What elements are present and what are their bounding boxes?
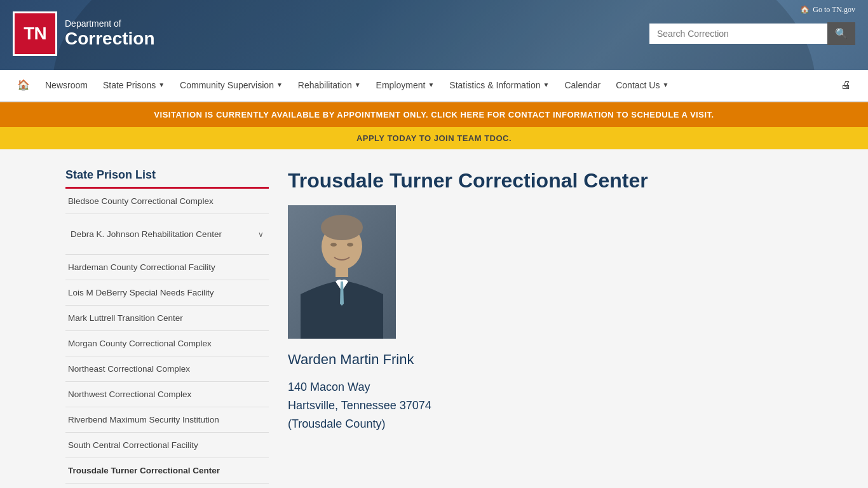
sidebar-item-bledsoe[interactable]: Bledsoe County Correctional Complex [65,189,269,214]
list-item: Trousdale Turner Correctional Center [65,458,269,484]
apply-banner[interactable]: APPLY TODAY TO JOIN TEAM TDOC. [0,127,868,149]
svg-point-6 [347,243,353,247]
warden-photo [288,205,396,339]
nav-calendar[interactable]: Calendar [557,71,608,100]
search-icon: 🔍 [835,27,848,39]
chevron-down-icon: ▼ [276,81,283,88]
nav-state-prisons[interactable]: State Prisons ▼ [95,71,172,100]
search-area: 🔍 [649,22,855,45]
list-item: Debra K. Johnson Rehabilitation Center ∨ [65,214,269,255]
main-nav: 🏠 Newsroom State Prisons ▼ Community Sup… [0,70,868,102]
list-item: Riverbend Maximum Security Institution [65,407,269,433]
visitation-banner[interactable]: VISITATION IS CURRENTLY AVAILABLE BY APP… [0,102,868,127]
sidebar-item-riverbend[interactable]: Riverbend Maximum Security Institution [65,407,269,432]
warden-name: Warden Martin Frink [288,351,803,368]
sidebar-item-south-central[interactable]: South Central Correctional Facility [65,433,269,458]
address-line3: (Trousdale County) [288,417,803,431]
list-item: South Central Correctional Facility [65,433,269,458]
list-item: Mark Luttrell Transition Center [65,306,269,331]
chevron-down-icon: ▼ [543,81,549,88]
svg-rect-3 [336,266,348,277]
sidebar-item-northeast[interactable]: Northeast Correctional Complex [65,356,269,381]
sidebar-list: Bledsoe County Correctional Complex Debr… [65,189,269,484]
nav-community-supervision[interactable]: Community Supervision ▼ [172,71,290,100]
chevron-down-icon: ▼ [158,81,165,88]
chevron-down-icon: ▼ [662,81,668,88]
svg-point-5 [330,243,337,247]
search-button[interactable]: 🔍 [827,22,855,45]
home-icon: 🏠 [800,5,810,15]
nav-employment[interactable]: Employment ▼ [369,71,442,100]
list-item: Bledsoe County Correctional Complex [65,189,269,214]
address-line1: 140 Macon Way [288,381,803,394]
chevron-down-icon: ▼ [355,81,361,88]
sidebar-item-debra[interactable]: Debra K. Johnson Rehabilitation Center ∨ [65,214,269,254]
logo-area: TN Department of Correction [13,11,155,56]
sidebar-item-northwest[interactable]: Northwest Correctional Complex [65,382,269,407]
svg-point-4 [321,215,363,240]
sidebar-item-morgan[interactable]: Morgan County Correctional Complex [65,331,269,356]
nav-home[interactable]: 🏠 [10,70,37,101]
list-item: Lois M DeBerry Special Needs Facility [65,280,269,306]
list-item: Morgan County Correctional Complex [65,331,269,356]
tn-logo: TN [13,11,57,56]
main-content: Trousdale Turner Correctional Center [288,168,803,484]
sidebar-item-lois[interactable]: Lois M DeBerry Special Needs Facility [65,280,269,305]
page-title: Trousdale Turner Correctional Center [288,168,803,193]
list-item: Hardeman County Correctional Facility [65,255,269,280]
list-item: Northwest Correctional Complex [65,382,269,407]
list-item: Northeast Correctional Complex [65,356,269,382]
chevron-down-icon: ▼ [428,81,434,88]
sidebar: State Prison List Bledsoe County Correct… [65,168,269,484]
correction-label: Correction [65,29,155,49]
nav-newsroom[interactable]: Newsroom [37,71,95,100]
nav-print[interactable]: 🖨 [833,71,858,101]
chevron-down-icon: ∨ [255,222,266,247]
address-line2: Hartsville, Tennessee 37074 [288,399,803,412]
nav-statistics[interactable]: Statistics & Information ▼ [442,71,557,100]
nav-rehabilitation[interactable]: Rehabilitation ▼ [290,71,369,100]
sidebar-title: State Prison List [65,168,269,182]
nav-contact-us[interactable]: Contact Us ▼ [608,71,676,100]
site-header: 🏠 Go to TN.gov TN Department of Correcti… [0,0,868,70]
go-to-tn-link[interactable]: 🏠 Go to TN.gov [800,5,855,15]
sidebar-item-trousdale[interactable]: Trousdale Turner Correctional Center [65,458,269,483]
sidebar-item-mark[interactable]: Mark Luttrell Transition Center [65,306,269,330]
sidebar-item-hardeman[interactable]: Hardeman County Correctional Facility [65,255,269,280]
dept-label: Department of [65,18,155,29]
logo-text: Department of Correction [65,18,155,49]
content-area: State Prison List Bledsoe County Correct… [53,168,815,484]
search-input[interactable] [649,24,827,44]
